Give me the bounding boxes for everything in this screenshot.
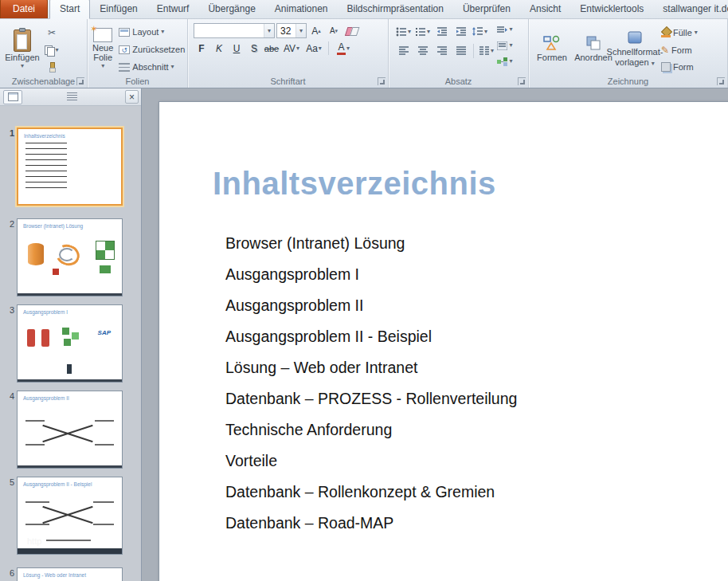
paste-button[interactable]: Einfügen ▾	[2, 22, 42, 76]
columns-button[interactable]: ▾	[477, 43, 495, 59]
tab-einfuegen[interactable]: Einfügen	[90, 0, 147, 18]
align-right-button[interactable]	[432, 43, 451, 59]
shape-outline-button[interactable]: ✎Form	[659, 42, 700, 58]
justify-button[interactable]	[452, 43, 470, 59]
shrink-font-button[interactable]: A▾	[326, 23, 342, 38]
align-center-icon	[417, 46, 429, 56]
tab-entwicklertools[interactable]: Entwicklertools	[570, 0, 653, 18]
tab-start[interactable]: Start	[49, 0, 90, 19]
slide-thumbnail-4[interactable]: 4 Ausgangsproblem II	[3, 391, 123, 469]
text-direction-button[interactable]: ▾	[495, 22, 515, 37]
red-square-art	[53, 269, 59, 275]
slide-thumbnail-6[interactable]: 6 Lösung - Web oder Intranet	[3, 567, 123, 581]
reset-slide-button[interactable]: ↺Zurücksetzen	[115, 41, 188, 57]
thumbnail-image[interactable]: Inhaltsverzeichnis	[17, 128, 123, 206]
tab-ueberpruefen[interactable]: Überprüfen	[453, 0, 520, 18]
underline-button[interactable]: U	[229, 41, 245, 56]
quick-styles-icon	[626, 29, 644, 45]
shape-fill-button[interactable]: Fülle▾	[659, 25, 700, 41]
slide-number: 1	[3, 128, 14, 206]
close-pane-button[interactable]: ×	[125, 90, 139, 104]
align-text-button[interactable]: ▾	[495, 38, 515, 53]
clipboard-small-buttons: ✂ ▾	[42, 22, 61, 75]
tab-gliederung-outline[interactable]	[62, 90, 81, 104]
caret-down-icon: ▾	[346, 45, 350, 52]
caret-down-icon: ▾	[101, 63, 104, 69]
character-spacing-button[interactable]: AV▾	[281, 41, 302, 56]
caret-down-icon: ▾	[484, 29, 487, 35]
slide-thumbnail-5[interactable]: 5 Ausgangsproblem II - Beispiel	[3, 477, 123, 555]
numbering-button[interactable]: ▾	[413, 24, 432, 40]
slide-number: 4	[3, 391, 14, 469]
group-absatz: ▾ ▾ ▾	[389, 19, 529, 88]
shape-effects-button[interactable]: Form	[659, 59, 700, 75]
new-slide-button[interactable]: ✶ Neue Folie ▾	[90, 22, 115, 76]
green-square-art	[100, 265, 111, 273]
tab-datei[interactable]: Datei	[0, 0, 48, 18]
caret-down-icon: ▾	[652, 60, 655, 67]
tab-addin[interactable]: stallwanger it.dev	[653, 0, 728, 18]
table-of-contents[interactable]: Browser (Intranet) Lösung Ausgangsproble…	[225, 228, 517, 539]
toc-item: Datenbank – PROZESS - Rollenverteilung	[225, 383, 517, 414]
tab-animationen[interactable]: Animationen	[265, 0, 338, 18]
font-size-combobox[interactable]: 32▾	[276, 23, 307, 38]
pencil-icon: ✎	[661, 45, 669, 55]
schriftart-dialog-launcher[interactable]	[378, 77, 386, 85]
bullets-button[interactable]: ▾	[394, 24, 413, 40]
clear-formatting-button[interactable]	[343, 23, 359, 38]
text-bar-art	[25, 420, 45, 422]
tab-bildschirmpraesentation[interactable]: Bildschirmpräsentation	[338, 0, 453, 18]
toc-item: Datenbank – Rollenkonzept & Gremien	[225, 477, 517, 508]
scissors-icon: ✂	[48, 28, 56, 37]
font-name-combobox[interactable]: ▾	[194, 23, 275, 38]
text-direction-icon	[497, 26, 507, 34]
columns-icon	[479, 46, 490, 56]
shrink-font-letter: A	[330, 26, 335, 35]
line-spacing-button[interactable]: ▾	[471, 24, 489, 40]
thumbnail-image[interactable]: Ausgangsproblem I SAP	[17, 304, 123, 383]
slide-thumbnail-2[interactable]: 2 Browser (Intranet) Lösung	[3, 218, 123, 296]
slide-thumbnail-3[interactable]: 3 Ausgangsproblem I SAP	[3, 304, 123, 383]
shape-effects-label: Form	[673, 62, 694, 72]
thumbnail-image[interactable]: Ausgangsproblem II	[17, 391, 123, 469]
bold-button[interactable]: F	[194, 41, 209, 56]
layout-button[interactable]: Layout▾	[115, 24, 188, 40]
absatz-dialog-launcher[interactable]	[518, 77, 526, 85]
thumb-footer-bar	[18, 465, 122, 468]
tab-ansicht[interactable]: Ansicht	[520, 0, 570, 18]
thumbnail-image[interactable]: Browser (Intranet) Lösung	[17, 218, 123, 296]
tab-entwurf[interactable]: Entwurf	[147, 0, 199, 18]
current-slide-canvas[interactable]: Inhaltsverzeichnis Browser (Intranet) Lö…	[159, 101, 728, 581]
section-button[interactable]: Abschnitt▾	[115, 59, 188, 75]
grow-font-button[interactable]: A▴	[308, 23, 324, 38]
cut-button[interactable]: ✂	[42, 25, 61, 41]
caret-down-icon: ▾	[427, 29, 430, 35]
quick-styles-button[interactable]: Schnellformat-vorlagen ▾	[614, 22, 656, 76]
caret-down-icon: ▾	[171, 64, 174, 70]
shapes-button[interactable]: Formen	[531, 22, 573, 76]
align-left-button[interactable]	[394, 43, 413, 59]
convert-to-smartart-button[interactable]: ▾	[495, 54, 515, 69]
tab-uebergaenge[interactable]: Übergänge	[198, 0, 264, 18]
text-shadow-button[interactable]: S	[246, 41, 262, 56]
strikethrough-button[interactable]: abe	[264, 41, 280, 56]
slide-thumbnail-1[interactable]: 1 Inhaltsverzeichnis	[3, 128, 123, 206]
case-label: Aa	[306, 43, 318, 54]
thumbnail-image[interactable]: Lösung - Web oder Intranet	[17, 567, 123, 581]
bullets-icon	[396, 27, 407, 37]
format-painter-button[interactable]	[42, 59, 61, 75]
italic-button[interactable]: K	[211, 41, 227, 56]
increase-indent-button[interactable]	[452, 24, 470, 40]
copy-button[interactable]: ▾	[42, 42, 61, 58]
align-center-button[interactable]	[413, 43, 432, 59]
font-color-letter: A	[338, 42, 344, 52]
zwischenablage-dialog-launcher[interactable]	[76, 77, 84, 85]
font-color-button[interactable]: A▾	[333, 41, 354, 56]
green-grid-art	[96, 241, 114, 259]
change-case-button[interactable]: Aa▾	[303, 41, 324, 56]
slide-title[interactable]: Inhaltsverzeichnis	[213, 166, 496, 202]
zeichnung-dialog-launcher[interactable]	[717, 77, 725, 85]
slide-number: 6	[3, 567, 14, 581]
tab-folien-thumbnails[interactable]	[3, 90, 22, 104]
decrease-indent-button[interactable]	[432, 24, 451, 40]
